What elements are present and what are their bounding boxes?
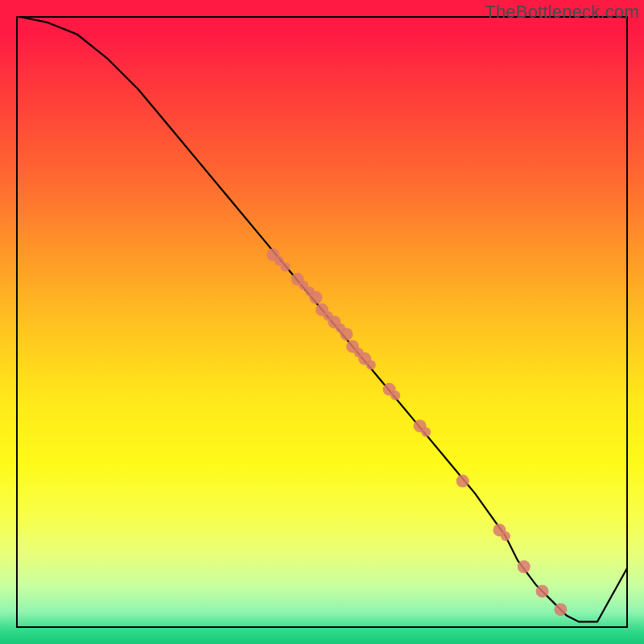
scatter-point	[456, 475, 469, 488]
scatter-point	[536, 584, 549, 597]
scatter-point	[554, 603, 567, 616]
scatter-points	[266, 248, 567, 616]
plot-svg	[16, 16, 628, 628]
scatter-point	[309, 291, 322, 304]
scatter-point	[390, 390, 400, 400]
scatter-point	[280, 262, 290, 272]
scatter-point	[366, 360, 376, 369]
chart-container: TheBottleneck.com	[0, 0, 644, 644]
scatter-point	[421, 427, 431, 437]
scatter-point	[501, 531, 510, 541]
scatter-point	[340, 328, 353, 341]
scatter-point	[518, 560, 530, 573]
attribution-text: TheBottleneck.com	[485, 2, 639, 23]
curve-line	[16, 16, 628, 621]
